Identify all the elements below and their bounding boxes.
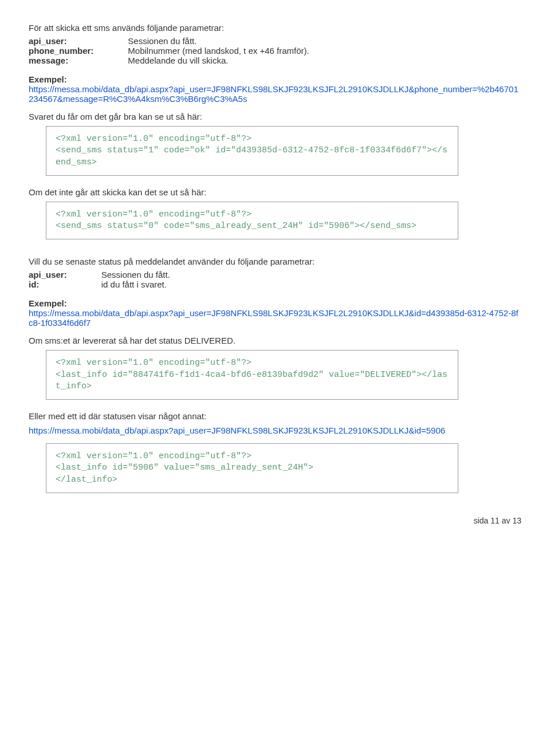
response-fail-label: Om det inte går att skicka kan det se ut… [29, 187, 521, 197]
response-ok-label: Svaret du får om det går bra kan se ut s… [29, 112, 521, 121]
param-row: api_user: Sessionen du fått. [29, 36, 309, 46]
param-val: Sessionen du fått. [101, 270, 170, 279]
section1-params: api_user: Sessionen du fått. phone_numbe… [29, 36, 309, 65]
param-row: message: Meddelande du vill skicka. [29, 56, 309, 65]
section2-intro: Vill du se senaste status på meddelandet… [29, 257, 521, 266]
other-url: https://messa.mobi/data_db/api.aspx?api_… [29, 426, 521, 435]
other-status-label: Eller med ett id där statusen visar någo… [29, 411, 521, 421]
code-box-ok: <?xml version="1.0" encoding="utf-8"?> <… [46, 126, 458, 176]
section2-params: api_user: Sessionen du fått. id: id du f… [29, 270, 170, 289]
param-val: Sessionen du fått. [128, 36, 309, 46]
param-val: Meddelande du vill skicka. [128, 56, 309, 65]
delivered-label: Om sms:et är levererat så har det status… [29, 336, 521, 345]
param-key: message: [29, 56, 128, 65]
example-label: Exempel: [29, 74, 521, 84]
page-footer: sida 11 av 13 [29, 516, 521, 525]
param-key: api_user: [29, 270, 101, 279]
param-row: id: id du fått i svaret. [29, 279, 170, 289]
param-row: api_user: Sessionen du fått. [29, 270, 170, 279]
code-box-fail: <?xml version="1.0" encoding="utf-8"?> <… [46, 202, 458, 240]
param-row: phone_number: Mobilnummer (med landskod,… [29, 46, 309, 56]
param-key: phone_number: [29, 46, 128, 56]
section1-intro: För att skicka ett sms används följande … [29, 23, 521, 33]
param-key: id: [29, 279, 101, 289]
param-val: id du fått i svaret. [101, 279, 170, 289]
param-key: api_user: [29, 36, 128, 46]
example-label: Exempel: [29, 298, 521, 308]
example-url-2: https://messa.mobi/data_db/api.aspx?api_… [29, 308, 521, 328]
code-box-other: <?xml version="1.0" encoding="utf-8"?> <… [46, 443, 458, 493]
code-box-delivered: <?xml version="1.0" encoding="utf-8"?> <… [46, 350, 458, 400]
example-url-1: https://messa.mobi/data_db/api.aspx?api_… [29, 84, 521, 104]
param-val: Mobilnummer (med landskod, t ex +46 fram… [128, 46, 309, 56]
